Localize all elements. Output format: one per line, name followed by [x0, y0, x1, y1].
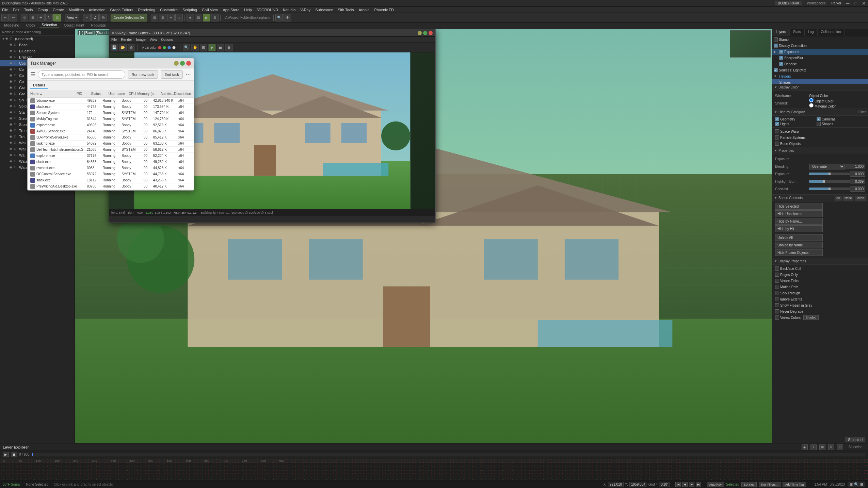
play-btn[interactable]: ▶: [3, 452, 9, 457]
highlight-num[interactable]: [850, 179, 865, 184]
menu-vray[interactable]: V-Ray: [300, 8, 310, 12]
tm-row-8[interactable]: DellTechHub.Instrumentation.SubAgent.e..…: [28, 147, 194, 153]
layer-item-bluestone[interactable]: ◉ □ Bluestone: [0, 48, 75, 54]
tm-more-btn[interactable]: ⋯: [186, 71, 191, 78]
tb-search[interactable]: 🔍: [854, 482, 859, 487]
layer-helpers[interactable]: ▼ Helpers: [772, 73, 868, 79]
unhide-all-btn[interactable]: Unhide All: [775, 234, 823, 241]
menu-katudio[interactable]: Katudio: [283, 8, 295, 12]
vray-menu-render[interactable]: Render: [121, 38, 132, 42]
tab-layers-right[interactable]: Layers: [772, 29, 790, 36]
menu-customize[interactable]: Customize: [160, 8, 178, 12]
le-btn4[interactable]: ≡: [828, 444, 834, 450]
tm-min-btn[interactable]: [174, 61, 179, 66]
layer-sources[interactable]: ✓ Sources: LightMix: [772, 67, 868, 73]
menu-sith[interactable]: Sith Tools: [338, 8, 354, 12]
tm-search-input[interactable]: [38, 70, 125, 79]
render-btn[interactable]: ▶: [203, 14, 210, 21]
tab-modeling[interactable]: Modeling: [2, 22, 21, 28]
prev-frame-btn[interactable]: |◀: [675, 482, 681, 487]
dp-edges-cb[interactable]: [775, 273, 779, 277]
vray-menu-view[interactable]: View: [150, 38, 157, 42]
layer-btn[interactable]: ≡: [167, 14, 175, 21]
col-pid[interactable]: PID: [77, 92, 91, 96]
tm-row-5[interactable]: AWCC.Service.exe 24148 Running SYSTEM 00…: [28, 128, 194, 134]
dp-sf-cb[interactable]: [775, 303, 779, 307]
tab-populate[interactable]: Populate: [89, 22, 108, 28]
layer-dc-vis[interactable]: ✓: [774, 44, 778, 48]
red-channel-btn[interactable]: [158, 46, 161, 49]
win-btn-max[interactable]: □: [854, 1, 857, 6]
green-channel-btn[interactable]: [163, 46, 166, 49]
tm-row-1[interactable]: slack.exe 44728 Running Bobby 00 173,584…: [28, 104, 194, 110]
layer-dn-vis[interactable]: ✓: [779, 62, 783, 66]
dp-ie-cb[interactable]: [775, 297, 779, 301]
tm-close-btn[interactable]: [186, 61, 191, 66]
layer-stamp-vis[interactable]: [774, 37, 778, 42]
layer-item-(unnamed)[interactable]: ▼ ◉ □ (unnamed): [0, 36, 75, 42]
contrast-slider[interactable]: [809, 188, 850, 190]
tab-cloth[interactable]: Cloth: [24, 22, 37, 28]
dp-mp-cb[interactable]: [775, 285, 779, 289]
settings-btn[interactable]: ⚙: [284, 14, 291, 21]
angle-snap-btn[interactable]: ∠: [91, 14, 99, 21]
menu-phoenix[interactable]: Phoenix FD: [374, 8, 394, 12]
le-btn2[interactable]: +: [810, 444, 817, 450]
vray-menu-options[interactable]: Options: [161, 38, 173, 42]
win-btn-close[interactable]: ✕: [862, 1, 866, 6]
layer-sharpen-blur[interactable]: ✓ SharpenBlur: [772, 55, 868, 61]
material-editor-btn[interactable]: ◈: [187, 14, 194, 21]
tb-start[interactable]: ⊞: [850, 482, 853, 487]
vray-menu-file[interactable]: File: [111, 38, 117, 42]
le-btn5[interactable]: ⊡: [837, 444, 843, 450]
menu-scripting[interactable]: Scripting: [182, 8, 197, 12]
snap-3d-btn[interactable]: ⊹: [83, 14, 91, 21]
layer-sb-vis[interactable]: ✓: [779, 56, 783, 60]
menu-group[interactable]: Group: [37, 8, 48, 12]
blending-dropdown[interactable]: Overwrite: [809, 164, 845, 169]
menu-help[interactable]: Help: [244, 8, 252, 12]
tm-nav-details[interactable]: Details: [30, 82, 48, 89]
le-btn1[interactable]: ◈: [802, 444, 808, 450]
vray-fit-btn[interactable]: ⊞: [200, 44, 207, 51]
vray-pause-btn[interactable]: ⏸: [225, 44, 233, 51]
menu-modifiers[interactable]: Modifiers: [69, 8, 84, 12]
menu-3dground[interactable]: 3DGROUND: [257, 8, 278, 12]
layer-stamp[interactable]: Stamp: [772, 36, 868, 43]
layer-exposure[interactable]: ▶ ✓ Exposure: [772, 49, 868, 55]
redo-btn[interactable]: ↪: [10, 14, 17, 21]
col-user[interactable]: User name: [109, 92, 129, 96]
menu-arnold[interactable]: Arnold: [359, 8, 370, 12]
tm-hamburger[interactable]: ☰: [30, 71, 35, 78]
render-setup-btn[interactable]: ⊡: [195, 14, 202, 21]
vray-clear-btn[interactable]: 🗑: [128, 44, 135, 51]
layer-src-vis[interactable]: ✓: [774, 68, 778, 72]
hide-selected-btn[interactable]: Hide Selected: [775, 203, 823, 210]
vray-zoom-btn[interactable]: 🔍: [183, 44, 190, 51]
tab-log[interactable]: Log: [805, 29, 818, 36]
menu-substance[interactable]: Substance: [315, 8, 333, 12]
tm-row-2[interactable]: Secure System 172 Running SYSTEM 00 147,…: [28, 110, 194, 116]
col-name[interactable]: Name ▴: [30, 92, 77, 96]
dp-st-cb[interactable]: [775, 291, 779, 295]
scene-contents-header[interactable]: ▼ Scene Contents All None Invert: [772, 195, 868, 201]
display-props-header[interactable]: ▼ Display Properties: [772, 258, 868, 265]
tm-end-task-btn[interactable]: End task: [161, 70, 183, 79]
contrast-num[interactable]: [850, 186, 865, 192]
tm-row-13[interactable]: slack.exe 18112 Running Bobby 00 43,268 …: [28, 177, 194, 183]
exposure-slider[interactable]: [809, 173, 850, 175]
vray-menu-image[interactable]: Image: [136, 38, 146, 42]
tab-object-paint[interactable]: Object Paint: [62, 22, 86, 28]
scale-btn[interactable]: ⊡: [53, 14, 61, 21]
vray-close-btn[interactable]: [429, 31, 433, 35]
auto-key-btn[interactable]: Auto Key: [707, 482, 724, 487]
select-btn[interactable]: ⊹: [21, 14, 28, 21]
menu-animation[interactable]: Animation: [89, 8, 106, 12]
blending-value[interactable]: [845, 164, 865, 169]
create-selection-btn[interactable]: Create Selection Se: [111, 14, 147, 21]
unhide-by-name-btn[interactable]: Unhide by Name...: [775, 242, 823, 248]
display-color-header[interactable]: ▼ Display Color: [772, 84, 868, 91]
none-btn[interactable]: None: [843, 196, 854, 200]
cb-spacewarp[interactable]: [775, 129, 779, 133]
tm-row-0[interactable]: 3dsmax.exe 49252 Running Bobby 00 42,816…: [28, 98, 194, 104]
